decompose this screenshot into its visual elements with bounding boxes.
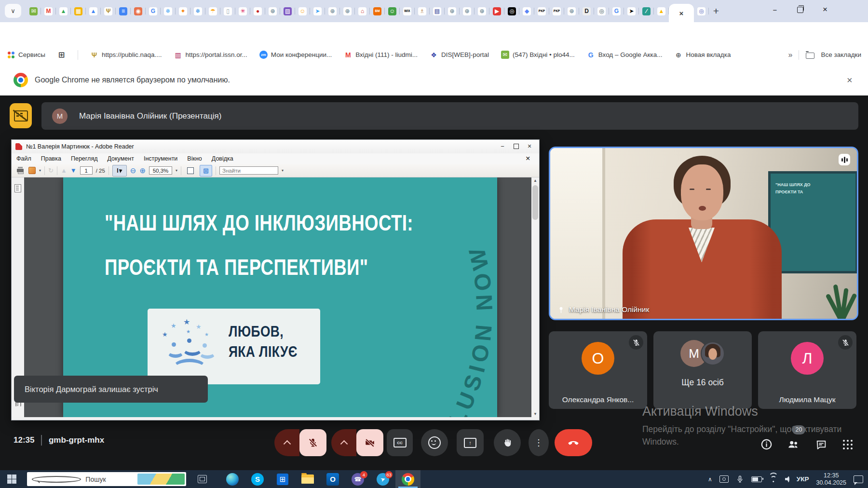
next-page-button[interactable]: ▼ bbox=[70, 167, 77, 174]
bookmark-item[interactable]: Сервисы bbox=[8, 51, 45, 58]
browser-tab[interactable]: Ψ bbox=[101, 4, 116, 18]
export-icon[interactable] bbox=[28, 167, 36, 174]
browser-tab[interactable]: ▲ bbox=[56, 4, 71, 18]
present-button[interactable]: ↑ bbox=[457, 429, 484, 456]
active-tab[interactable]: × bbox=[669, 4, 694, 22]
select-tool-button[interactable]: I bbox=[112, 165, 127, 176]
volume-icon[interactable] bbox=[785, 475, 789, 483]
window-minimize-button[interactable]: − bbox=[764, 0, 786, 19]
taskbar-app-viber[interactable]: ☎4 bbox=[345, 470, 370, 488]
browser-tab[interactable]: ⊕ bbox=[325, 4, 340, 18]
browser-tab[interactable]: ❄ bbox=[190, 4, 205, 18]
taskbar-clock[interactable]: 12:35 30.04.2025 bbox=[816, 472, 846, 487]
taskbar-app-store[interactable]: ⊞ bbox=[270, 470, 295, 488]
tray-chevron-icon[interactable]: ∧ bbox=[708, 476, 712, 483]
find-input[interactable]: Знайти bbox=[219, 166, 278, 175]
browser-tab[interactable]: ▯ bbox=[220, 4, 235, 18]
browser-tab[interactable]: ◉ bbox=[131, 4, 146, 18]
browser-tab[interactable]: ◎ bbox=[694, 4, 709, 18]
more-options-button[interactable]: ⋮ bbox=[529, 429, 549, 456]
new-tab-button[interactable]: + bbox=[709, 4, 723, 18]
export-caret-icon[interactable]: ▾ bbox=[39, 168, 41, 173]
browser-tab[interactable]: ✦ bbox=[176, 4, 190, 18]
camera-options-button[interactable] bbox=[331, 429, 356, 456]
all-bookmarks-button[interactable]: Все закладки bbox=[821, 51, 861, 58]
zoom-level-input[interactable]: 50,3% bbox=[149, 166, 172, 175]
browser-tab[interactable]: ⊕ bbox=[445, 4, 460, 18]
taskbar-app-telegram[interactable]: ➤83 bbox=[370, 470, 395, 488]
presentation-muted-chip[interactable] bbox=[10, 103, 32, 128]
zoom-out-button[interactable]: ⊖ bbox=[130, 166, 136, 175]
adobe-doc-close-icon[interactable]: ✕ bbox=[521, 153, 535, 164]
wifi-icon[interactable] bbox=[769, 476, 778, 482]
browser-tab[interactable]: ▤ bbox=[430, 4, 445, 18]
action-center-icon[interactable] bbox=[854, 475, 863, 483]
browser-tab[interactable]: ▨ bbox=[280, 4, 295, 18]
browser-tab[interactable]: ◎ bbox=[504, 4, 519, 18]
adobe-minimize-button[interactable]: − bbox=[496, 140, 509, 153]
participant-tile[interactable]: МЩе 16 осіб bbox=[653, 331, 752, 409]
page-number-input[interactable]: 1 bbox=[80, 166, 93, 175]
window-restore-button[interactable] bbox=[789, 0, 811, 19]
find-caret-icon[interactable]: ▾ bbox=[282, 168, 284, 173]
bookmark-item[interactable]: ▥https://portal.issn.or... bbox=[174, 51, 247, 59]
browser-tab[interactable]: PKP bbox=[549, 4, 564, 18]
browser-tab[interactable]: ▲ bbox=[86, 4, 101, 18]
adobe-menu-item[interactable]: Файл bbox=[12, 155, 36, 162]
taskbar-search[interactable]: Пошук bbox=[27, 472, 186, 486]
adobe-menu-item[interactable]: Перегляд bbox=[66, 155, 102, 162]
close-tab-icon[interactable]: × bbox=[679, 9, 684, 17]
scroll-up-icon[interactable]: ▲ bbox=[531, 178, 539, 183]
reactions-button[interactable] bbox=[421, 429, 448, 456]
main-video-tile[interactable]: "НАШ ШЛЯХ ДО ПРОЄКТИ ТА Марія Іванівна О… bbox=[549, 147, 858, 320]
browser-tab[interactable]: ❄ bbox=[161, 4, 176, 18]
taskbar-app-skype[interactable]: S bbox=[245, 470, 270, 488]
camera-toggle-button[interactable] bbox=[356, 429, 383, 456]
taskbar-app-explorer[interactable] bbox=[295, 470, 320, 488]
tray-mic-icon[interactable] bbox=[736, 475, 744, 483]
browser-tab[interactable]: ☂ bbox=[205, 4, 220, 18]
banner-close-button[interactable]: × bbox=[847, 65, 853, 95]
meeting-details-button[interactable] bbox=[760, 438, 773, 453]
raise-hand-button[interactable] bbox=[494, 429, 521, 456]
bookmark-item[interactable]: GВход – Google Акка... bbox=[587, 51, 663, 59]
bookmark-item[interactable]: Ψhttps://public.naqa.... bbox=[90, 51, 162, 59]
browser-tab[interactable]: ⌂ bbox=[355, 4, 370, 18]
browser-tab[interactable]: ◎ bbox=[594, 4, 609, 18]
end-call-button[interactable] bbox=[555, 429, 592, 456]
bookmark-item[interactable]: ✉(547) Вхідні • plo44... bbox=[501, 51, 575, 59]
browser-tab[interactable]: ⊕ bbox=[564, 4, 579, 18]
browser-tab[interactable]: ♗ bbox=[415, 4, 430, 18]
participants-button[interactable] bbox=[786, 438, 800, 453]
browser-tab[interactable]: ▶ bbox=[489, 4, 504, 18]
browser-tab[interactable]: ☺ bbox=[385, 4, 400, 18]
browser-tab[interactable]: ⊕ bbox=[475, 4, 489, 18]
scroll-down-icon[interactable]: ▼ bbox=[531, 412, 539, 416]
scrollbar-thumb[interactable] bbox=[532, 185, 538, 220]
bookmark-item[interactable]: MВхідні (111) - liudmi... bbox=[344, 51, 418, 59]
fit-width-button[interactable] bbox=[185, 165, 196, 176]
adobe-menu-item[interactable]: Довідка bbox=[207, 155, 238, 162]
print-icon[interactable] bbox=[17, 169, 24, 172]
taskbar-app-chrome[interactable] bbox=[395, 470, 420, 488]
browser-tab[interactable]: ▦ bbox=[71, 4, 86, 18]
browser-tab[interactable]: ➤ bbox=[310, 4, 325, 18]
fit-page-button[interactable]: ⊞ bbox=[200, 165, 212, 176]
browser-tab[interactable]: D bbox=[579, 4, 594, 18]
browser-tab[interactable]: M bbox=[41, 4, 56, 18]
language-indicator[interactable]: УКР bbox=[797, 475, 809, 483]
adobe-close-button[interactable]: × bbox=[523, 140, 536, 153]
taskbar-app-edge[interactable] bbox=[220, 470, 245, 488]
browser-tab[interactable]: ⊕ bbox=[460, 4, 475, 18]
cast-icon[interactable] bbox=[719, 475, 729, 483]
window-close-button[interactable]: × bbox=[814, 0, 836, 19]
bookmark-item[interactable]: zmМои конференции... bbox=[259, 51, 332, 59]
bookmarks-overflow-button[interactable]: » bbox=[788, 51, 792, 59]
browser-tab[interactable]: ☺ bbox=[295, 4, 310, 18]
mic-options-button[interactable] bbox=[274, 429, 299, 456]
browser-tab[interactable]: G bbox=[609, 4, 624, 18]
start-button[interactable] bbox=[7, 474, 16, 484]
browser-tab[interactable]: G bbox=[146, 4, 161, 18]
adobe-title-bar[interactable]: №1 Валерія Мартинюк - Adobe Reader − × bbox=[12, 140, 539, 154]
browser-tab[interactable]: ✉ bbox=[26, 4, 41, 18]
